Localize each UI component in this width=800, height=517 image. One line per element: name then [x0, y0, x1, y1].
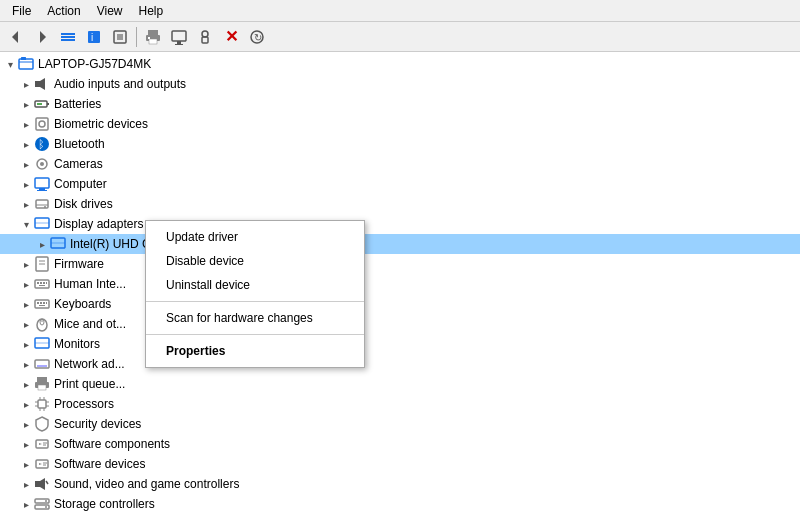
svg-marker-83: [39, 463, 42, 465]
tree-view[interactable]: LAPTOP-GJ57D4MKAudio inputs and outputsB…: [0, 52, 800, 517]
toolbar-refresh[interactable]: ↻: [245, 25, 269, 49]
expand-arrow-soundvideo[interactable]: [18, 476, 34, 492]
toolbar-separator-1: [136, 27, 137, 47]
svg-rect-57: [46, 302, 47, 304]
menu-file[interactable]: File: [4, 2, 39, 20]
expand-arrow-biometric[interactable]: [18, 116, 34, 132]
expand-arrow-keyboards[interactable]: [18, 296, 34, 312]
toolbar-properties-icon[interactable]: i: [82, 25, 106, 49]
expand-arrow-firmware[interactable]: [18, 256, 34, 272]
label-networkad: Network ad...: [54, 357, 125, 371]
label-computer: Computer: [54, 177, 107, 191]
svg-marker-1: [40, 31, 46, 43]
svg-point-39: [44, 206, 46, 208]
tree-item-networkad[interactable]: Network ad...: [0, 354, 800, 374]
icon-bluetooth: ᛒ: [34, 136, 50, 152]
tree-item-batteries[interactable]: Batteries: [0, 94, 800, 114]
tree-item-firmware[interactable]: Firmware: [0, 254, 800, 274]
ctx-item-3[interactable]: Scan for hardware changes: [146, 306, 364, 330]
toolbar-back[interactable]: [4, 25, 28, 49]
ctx-item-1[interactable]: Disable device: [146, 249, 364, 273]
expand-arrow-inteluhd[interactable]: [34, 236, 50, 252]
expand-arrow-computer[interactable]: [18, 176, 34, 192]
tree-item-securitydev[interactable]: Security devices: [0, 414, 800, 434]
ctx-item-2[interactable]: Uninstall device: [146, 273, 364, 297]
menu-bar: File Action View Help: [0, 0, 800, 22]
tree-item-softwaredev[interactable]: Software devices: [0, 454, 800, 474]
tree-item-bluetooth[interactable]: ᛒBluetooth: [0, 134, 800, 154]
expand-arrow-printqueue[interactable]: [18, 376, 34, 392]
label-firmware: Firmware: [54, 257, 104, 271]
svg-rect-26: [47, 103, 49, 105]
svg-rect-48: [37, 282, 39, 284]
icon-storagecon: [34, 496, 50, 512]
tree-item-miceand[interactable]: Mice and ot...: [0, 314, 800, 334]
expand-arrow-bluetooth[interactable]: [18, 136, 34, 152]
tree-item-computer[interactable]: Computer: [0, 174, 800, 194]
label-softwaredev: Software devices: [54, 457, 145, 471]
menu-action[interactable]: Action: [39, 2, 88, 20]
expand-arrow-processors[interactable]: [18, 396, 34, 412]
expand-arrow-miceand[interactable]: [18, 316, 34, 332]
toolbar-forward[interactable]: [30, 25, 54, 49]
expand-arrow-root[interactable]: [2, 56, 18, 72]
toolbar-box[interactable]: [108, 25, 132, 49]
svg-rect-86: [35, 481, 40, 487]
tree-item-softwarecomp[interactable]: Software components: [0, 434, 800, 454]
menu-view[interactable]: View: [89, 2, 131, 20]
icon-cameras: [34, 156, 50, 172]
expand-arrow-diskdrives[interactable]: [18, 196, 34, 212]
tree-item-humaninte[interactable]: Human Inte...: [0, 274, 800, 294]
expand-arrow-batteries[interactable]: [18, 96, 34, 112]
ctx-item-4[interactable]: Properties: [146, 339, 364, 363]
svg-rect-56: [43, 302, 45, 304]
expand-arrow-networkad[interactable]: [18, 356, 34, 372]
label-processors: Processors: [54, 397, 114, 411]
tree-item-processors[interactable]: Processors: [0, 394, 800, 414]
toolbar-showhide[interactable]: [56, 25, 80, 49]
tree-item-soundvideo[interactable]: Sound, video and game controllers: [0, 474, 800, 494]
tree-item-printqueue[interactable]: Print queue...: [0, 374, 800, 394]
svg-rect-66: [37, 377, 47, 382]
tree-item-diskdrives[interactable]: Disk drives: [0, 194, 800, 214]
tree-item-root[interactable]: LAPTOP-GJ57D4MK: [0, 54, 800, 74]
svg-point-29: [39, 121, 45, 127]
tree-item-keyboards[interactable]: Keyboards: [0, 294, 800, 314]
tree-item-cameras[interactable]: Cameras: [0, 154, 800, 174]
ctx-item-0[interactable]: Update driver: [146, 225, 364, 249]
svg-marker-24: [40, 78, 45, 90]
menu-help[interactable]: Help: [131, 2, 172, 20]
expand-arrow-monitors[interactable]: [18, 336, 34, 352]
expand-arrow-softwarecomp[interactable]: [18, 436, 34, 452]
expand-arrow-storagecon[interactable]: [18, 496, 34, 512]
svg-rect-34: [35, 178, 49, 188]
label-storagecon: Storage controllers: [54, 497, 155, 511]
tree-item-displayadapters[interactable]: Display adapters: [0, 214, 800, 234]
ctx-separator-3: [146, 334, 364, 335]
expand-arrow-securitydev[interactable]: [18, 416, 34, 432]
tree-item-audio[interactable]: Audio inputs and outputs: [0, 74, 800, 94]
expand-arrow-audio[interactable]: [18, 76, 34, 92]
label-biometric: Biometric devices: [54, 117, 148, 131]
expand-arrow-displayadapters[interactable]: [18, 216, 34, 232]
icon-displayadapters: [34, 216, 50, 232]
icon-softwarecomp: [34, 436, 50, 452]
svg-rect-20: [19, 59, 33, 69]
toolbar-delete[interactable]: ✕: [219, 25, 243, 49]
svg-rect-8: [117, 34, 123, 40]
expand-arrow-humaninte[interactable]: [18, 276, 34, 292]
svg-marker-79: [39, 443, 42, 445]
tree-item-monitors[interactable]: Monitors: [0, 334, 800, 354]
svg-rect-2: [61, 33, 75, 35]
expand-arrow-softwaredev[interactable]: [18, 456, 34, 472]
expand-arrow-cameras[interactable]: [18, 156, 34, 172]
toolbar-monitor[interactable]: [167, 25, 191, 49]
toolbar-update[interactable]: [193, 25, 217, 49]
tree-item-biometric[interactable]: Biometric devices: [0, 114, 800, 134]
toolbar-print[interactable]: [141, 25, 165, 49]
tree-item-storagecon[interactable]: Storage controllers: [0, 494, 800, 514]
label-audio: Audio inputs and outputs: [54, 77, 186, 91]
tree-item-inteluhd[interactable]: Intel(R) UHD Graphics: [0, 234, 800, 254]
svg-point-16: [202, 31, 208, 37]
icon-humaninte: [34, 276, 50, 292]
